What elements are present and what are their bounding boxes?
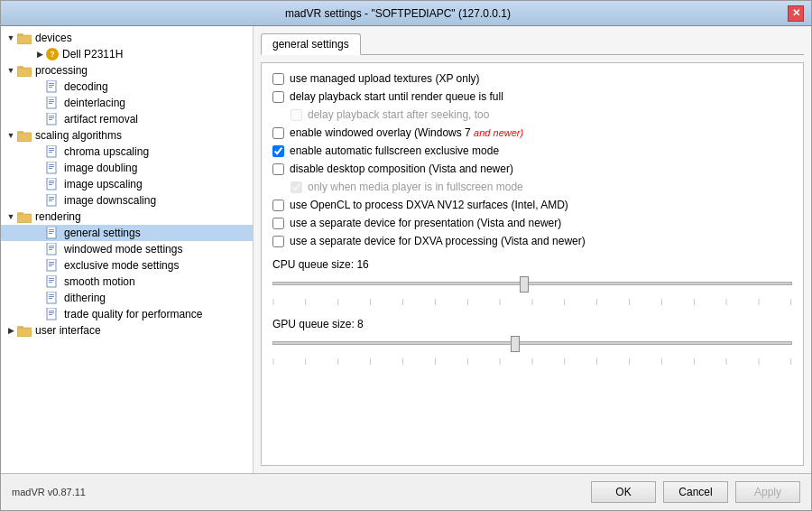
- checkbox-separate-dxva[interactable]: [272, 236, 284, 247]
- svg-rect-27: [49, 166, 54, 167]
- svg-rect-47: [49, 249, 52, 250]
- expand-icon-rendering: ▼: [5, 210, 17, 223]
- checkbox-delay-playback[interactable]: [272, 91, 284, 103]
- row-separate-presentation: use a separate device for presentation (…: [272, 217, 792, 229]
- tree-item-smooth-motion[interactable]: ▶ smooth motion: [1, 274, 253, 290]
- label-fullscreen-exclusive: enable automatic fullscreen exclusive mo…: [290, 144, 499, 157]
- checkbox-only-fullscreen[interactable]: [291, 181, 302, 193]
- tree-item-trade-quality[interactable]: ▶ trade quality for performance: [1, 306, 253, 322]
- tree-item-decoding[interactable]: ▶ decoding: [1, 79, 253, 95]
- svg-rect-3: [17, 68, 32, 77]
- folder-icon-scaling: [17, 129, 32, 142]
- svg-rect-18: [17, 133, 32, 142]
- tree-item-processing[interactable]: ▼ processing: [1, 62, 253, 79]
- row-windowed-overlay: enable windowed overlay (Windows 7 and n…: [272, 126, 792, 139]
- row-managed-upload: use managed upload textures (XP only): [272, 72, 792, 85]
- svg-rect-64: [17, 328, 32, 337]
- tree-item-artifact-removal[interactable]: ▶ artifact removal: [1, 111, 253, 127]
- svg-rect-60: [47, 308, 56, 320]
- tree-item-image-downscaling[interactable]: ▶ image downscaling: [1, 192, 253, 209]
- bottom-bar: madVR v0.87.11 OK Cancel Apply: [1, 473, 811, 510]
- svg-rect-34: [49, 197, 54, 198]
- tab-general-settings[interactable]: general settings: [261, 33, 361, 55]
- svg-rect-15: [49, 116, 54, 116]
- svg-rect-16: [49, 117, 54, 118]
- tree-label-trade: trade quality for performance: [64, 308, 202, 321]
- svg-rect-33: [47, 194, 56, 206]
- tree-item-image-upscaling[interactable]: ▶ image upscaling: [1, 176, 253, 192]
- gpu-queue-label: GPU queue size: 8: [272, 318, 792, 330]
- gpu-queue-slider[interactable]: [272, 334, 792, 352]
- gpu-queue-section: GPU queue size: 8 ||| ||| ||| ||| ||| ||: [272, 318, 792, 367]
- question-icon-dell: ?: [46, 48, 59, 60]
- expand-icon-processing: ▼: [5, 64, 17, 77]
- svg-rect-23: [49, 150, 54, 151]
- close-button[interactable]: ✕: [788, 5, 804, 22]
- svg-rect-44: [47, 243, 56, 255]
- label-windowed-overlay: enable windowed overlay (Windows 7 and n…: [290, 126, 523, 139]
- page-icon-exclusive: [46, 259, 60, 272]
- cpu-queue-slider[interactable]: [272, 274, 792, 293]
- page-icon-deinterlacing: [46, 97, 60, 109]
- tree-label-img-up: image upscaling: [64, 178, 143, 190]
- checkbox-windowed-overlay[interactable]: [272, 127, 284, 139]
- label-opencl: use OpenCL to process DXVA NV12 surfaces…: [290, 199, 568, 211]
- svg-rect-25: [47, 162, 56, 173]
- checkbox-fullscreen-exclusive[interactable]: [272, 145, 284, 157]
- tree-item-chroma[interactable]: ▶ chroma upscaling: [1, 144, 253, 160]
- svg-rect-10: [47, 97, 56, 108]
- svg-rect-14: [47, 113, 56, 125]
- cpu-queue-section: CPU queue size: 16 ||| ||| ||| ||| ||| |…: [272, 258, 792, 307]
- checkbox-separate-presentation[interactable]: [272, 218, 284, 229]
- svg-rect-37: [17, 214, 32, 223]
- svg-rect-32: [49, 184, 52, 185]
- svg-rect-48: [47, 259, 56, 271]
- tree-label-chroma: chroma upscaling: [64, 145, 149, 158]
- gpu-slider-ticks: ||| ||| ||| ||| ||| ||: [272, 355, 792, 367]
- svg-rect-43: [49, 233, 52, 234]
- tree-label-decoding: decoding: [64, 80, 108, 93]
- cpu-slider-ticks: ||| ||| ||| ||| ||| ||: [272, 295, 792, 307]
- svg-rect-9: [49, 87, 52, 88]
- checkbox-managed-upload[interactable]: [272, 73, 284, 85]
- label-disable-desktop: disable desktop composition (Vista and n…: [290, 163, 513, 175]
- tree-label-windowed: windowed mode settings: [64, 243, 182, 256]
- svg-rect-49: [49, 262, 54, 263]
- svg-rect-11: [49, 99, 54, 100]
- main-window: madVR settings - "SOFTPEDIAPC" (127.0.0.…: [0, 0, 812, 511]
- label-delay-playback: delay playback start until render queue …: [290, 90, 503, 103]
- tree-item-exclusive[interactable]: ▶ exclusive mode settings: [1, 257, 253, 274]
- svg-rect-65: [17, 326, 23, 329]
- apply-button[interactable]: Apply: [735, 481, 800, 503]
- tree-item-deinterlacing[interactable]: ▶ deinterlacing: [1, 95, 253, 111]
- tree-item-general-settings[interactable]: ▶ general settings: [1, 225, 253, 241]
- checkbox-disable-desktop[interactable]: [272, 163, 284, 175]
- tree-label-deinterlacing: deinterlacing: [64, 97, 125, 109]
- svg-rect-52: [47, 275, 56, 287]
- tab-bar: general settings: [261, 33, 804, 55]
- tree-item-scaling[interactable]: ▼ scaling algorithms: [1, 127, 253, 144]
- folder-icon-rendering: [17, 210, 32, 223]
- tree-item-user-interface[interactable]: ▶ user interface: [1, 322, 253, 339]
- svg-rect-36: [49, 200, 52, 201]
- svg-rect-24: [49, 152, 52, 153]
- checkbox-opencl[interactable]: [272, 200, 284, 211]
- svg-rect-58: [49, 296, 54, 297]
- svg-rect-51: [49, 265, 52, 266]
- ok-button[interactable]: OK: [591, 481, 656, 503]
- tree-item-image-doubling[interactable]: ▶ image doubling: [1, 160, 253, 176]
- page-icon-chroma: [46, 145, 60, 158]
- tree-item-rendering[interactable]: ▼ rendering: [1, 209, 253, 225]
- tree-item-windowed[interactable]: ▶ windowed mode settings: [1, 241, 253, 257]
- tree-item-dithering[interactable]: ▶ dithering: [1, 290, 253, 306]
- page-icon-img-up: [46, 178, 60, 190]
- tree-label-devices: devices: [35, 32, 72, 44]
- cancel-button[interactable]: Cancel: [663, 481, 728, 503]
- checkbox-delay-seeking[interactable]: [291, 109, 302, 121]
- svg-rect-53: [49, 278, 54, 279]
- tree-item-devices[interactable]: ▼ devices: [1, 30, 253, 46]
- tree-label-img-dbl: image doubling: [64, 162, 137, 174]
- tree-item-dell[interactable]: ▶ ? Dell P2311H: [1, 46, 253, 62]
- tree-label-processing: processing: [35, 64, 88, 77]
- tree-label-img-down: image downscaling: [64, 194, 156, 207]
